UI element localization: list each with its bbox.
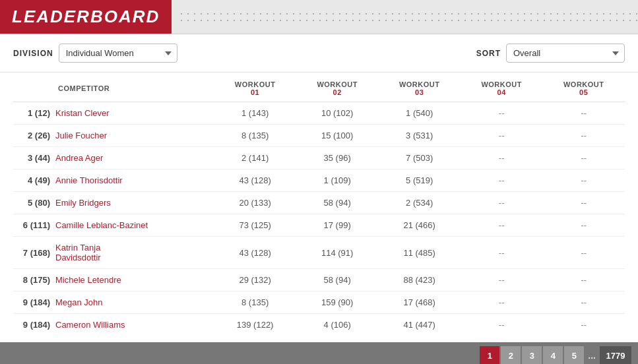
w01-cell: 8 (135) bbox=[214, 291, 296, 314]
w03-cell: 11 (485) bbox=[378, 237, 461, 269]
w02-cell: 4 (106) bbox=[296, 314, 379, 336]
competitor-link[interactable]: Andrea Ager bbox=[55, 153, 103, 163]
w02-cell: 159 (90) bbox=[296, 291, 379, 314]
controls-bar: DIVISION Individual Women Individual Men… bbox=[0, 34, 638, 73]
table-row: 9 (184)Megan John8 (135)159 (90)17 (468)… bbox=[13, 291, 625, 314]
w02-cell: 58 (94) bbox=[296, 192, 379, 214]
w03-cell: 21 (466) bbox=[378, 214, 461, 237]
w01-cell: 2 (141) bbox=[214, 147, 296, 169]
competitor-link[interactable]: Annie Thorisdottir bbox=[55, 175, 123, 185]
page-btn-3[interactable]: 3 bbox=[522, 346, 542, 364]
rank-cell: 8 (175) bbox=[13, 269, 53, 291]
w04-cell: -- bbox=[461, 192, 543, 214]
table-row: 9 (184)Cameron Williams139 (122)4 (106)4… bbox=[13, 314, 625, 336]
w05-cell: -- bbox=[542, 169, 625, 192]
w02-cell: 114 (91) bbox=[296, 237, 379, 269]
w04-cell: -- bbox=[461, 169, 543, 192]
table-row: 6 (111)Camille Leblanc-Bazinet73 (125)17… bbox=[13, 214, 625, 237]
w04-cell: -- bbox=[461, 237, 543, 269]
rank-cell: 4 (49) bbox=[13, 169, 53, 192]
leaderboard-table-container: COMPETITOR WORKOUT01 WORKOUT02 WORKOUT03… bbox=[0, 73, 638, 342]
competitor-cell: Annie Thorisdottir bbox=[53, 169, 214, 192]
w03-cell: 3 (531) bbox=[378, 125, 461, 147]
w04-cell: -- bbox=[461, 269, 543, 291]
w01-cell: 29 (132) bbox=[214, 269, 296, 291]
w03-cell: 1 (540) bbox=[378, 102, 461, 125]
th-w04: WORKOUT04 bbox=[461, 73, 543, 102]
w04-cell: -- bbox=[461, 147, 543, 169]
competitor-cell: Michele Letendre bbox=[53, 269, 214, 291]
w05-cell: -- bbox=[542, 125, 625, 147]
w01-cell: 1 (143) bbox=[214, 102, 296, 125]
w03-cell: 2 (534) bbox=[378, 192, 461, 214]
page-btn-4[interactable]: 4 bbox=[543, 346, 563, 364]
competitor-link[interactable]: Julie Foucher bbox=[55, 131, 107, 140]
w03-cell: 7 (503) bbox=[378, 147, 461, 169]
page-btn-5[interactable]: 5 bbox=[564, 346, 584, 364]
w04-cell: -- bbox=[461, 125, 543, 147]
competitor-cell: Megan John bbox=[53, 291, 214, 314]
page-btn-1[interactable]: 1 bbox=[480, 346, 499, 364]
competitor-cell: Camille Leblanc-Bazinet bbox=[53, 214, 214, 237]
sort-control: SORT Overall Workout 01 Workout 02 Worko… bbox=[476, 44, 625, 63]
leaderboard-table: COMPETITOR WORKOUT01 WORKOUT02 WORKOUT03… bbox=[13, 73, 625, 336]
w02-cell: 15 (100) bbox=[296, 125, 379, 147]
rank-cell: 5 (80) bbox=[13, 192, 53, 214]
app-title: LEADERBOARD bbox=[0, 0, 172, 34]
w05-cell: -- bbox=[542, 269, 625, 291]
table-row: 2 (26)Julie Foucher8 (135)15 (100)3 (531… bbox=[13, 125, 625, 147]
sort-label: SORT bbox=[476, 49, 501, 58]
rank-cell: 9 (184) bbox=[13, 314, 53, 336]
pagination-dots: ... bbox=[585, 350, 598, 361]
w01-cell: 43 (128) bbox=[214, 169, 296, 192]
w01-cell: 8 (135) bbox=[214, 125, 296, 147]
table-row: 8 (175)Michele Letendre29 (132)58 (94)88… bbox=[13, 269, 625, 291]
page-btn-2[interactable]: 2 bbox=[501, 346, 521, 364]
w05-cell: -- bbox=[542, 237, 625, 269]
w01-cell: 43 (128) bbox=[214, 237, 296, 269]
w02-cell: 35 (96) bbox=[296, 147, 379, 169]
competitor-cell: Julie Foucher bbox=[53, 125, 214, 147]
header: LEADERBOARD bbox=[0, 0, 638, 34]
th-rank bbox=[13, 73, 53, 102]
w02-cell: 1 (109) bbox=[296, 169, 379, 192]
table-row: 4 (49)Annie Thorisdottir43 (128)1 (109)5… bbox=[13, 169, 625, 192]
w05-cell: -- bbox=[542, 214, 625, 237]
w05-cell: -- bbox=[542, 102, 625, 125]
competitor-cell: Emily Bridgers bbox=[53, 192, 214, 214]
competitor-link[interactable]: Kristan Clever bbox=[55, 108, 110, 118]
competitor-link[interactable]: Michele Letendre bbox=[55, 275, 121, 285]
competitor-cell: Andrea Ager bbox=[53, 147, 214, 169]
w03-cell: 5 (519) bbox=[378, 169, 461, 192]
th-w05: WORKOUT05 bbox=[542, 73, 625, 102]
th-w03: WORKOUT03 bbox=[378, 73, 461, 102]
w04-cell: -- bbox=[461, 102, 543, 125]
header-decoration bbox=[178, 11, 638, 24]
division-label: DIVISION bbox=[13, 49, 53, 58]
competitor-link[interactable]: Camille Leblanc-Bazinet bbox=[55, 220, 148, 230]
competitor-link[interactable]: Cameron Williams bbox=[55, 320, 125, 330]
rank-cell: 9 (184) bbox=[13, 291, 53, 314]
w04-cell: -- bbox=[461, 214, 543, 237]
w03-cell: 88 (423) bbox=[378, 269, 461, 291]
competitor-link[interactable]: Emily Bridgers bbox=[55, 198, 111, 208]
w05-cell: -- bbox=[542, 291, 625, 314]
division-control: DIVISION Individual Women Individual Men… bbox=[13, 44, 177, 63]
th-w02: WORKOUT02 bbox=[296, 73, 379, 102]
competitor-link[interactable]: Katrin TanjaDavidsdottir bbox=[55, 243, 101, 262]
w03-cell: 41 (447) bbox=[378, 314, 461, 336]
table-row: 3 (44)Andrea Ager2 (141)35 (96)7 (503)--… bbox=[13, 147, 625, 169]
competitor-cell: Kristan Clever bbox=[53, 102, 214, 125]
competitor-cell: Cameron Williams bbox=[53, 314, 214, 336]
table-row: 7 (168)Katrin TanjaDavidsdottir43 (128)1… bbox=[13, 237, 625, 269]
w02-cell: 58 (94) bbox=[296, 269, 379, 291]
sort-select[interactable]: Overall Workout 01 Workout 02 Workout 03 bbox=[506, 44, 625, 63]
division-select[interactable]: Individual Women Individual Men Team bbox=[59, 44, 177, 63]
w05-cell: -- bbox=[542, 314, 625, 336]
rank-cell: 1 (12) bbox=[13, 102, 53, 125]
w01-cell: 139 (122) bbox=[214, 314, 296, 336]
table-header-row: COMPETITOR WORKOUT01 WORKOUT02 WORKOUT03… bbox=[13, 73, 625, 102]
page-btn-last[interactable]: 1779 bbox=[600, 346, 631, 364]
w05-cell: -- bbox=[542, 192, 625, 214]
competitor-link[interactable]: Megan John bbox=[55, 297, 103, 307]
